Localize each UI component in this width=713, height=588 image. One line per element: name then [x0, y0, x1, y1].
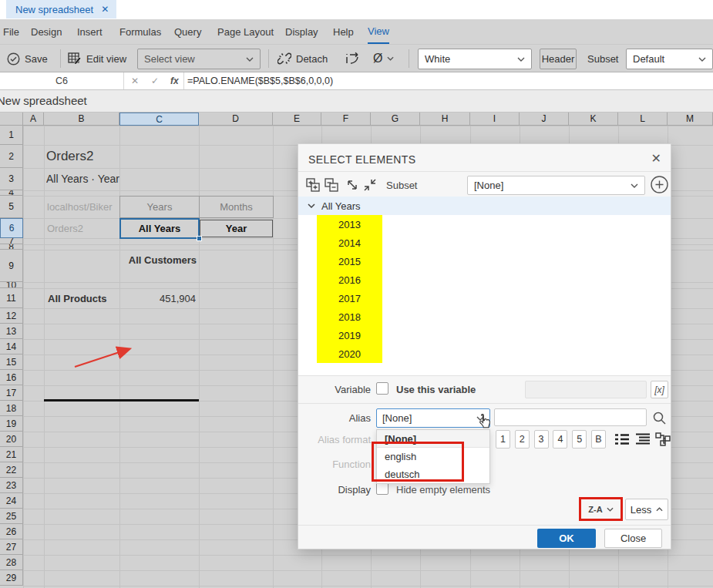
tree-node-year-2014[interactable]: 2014 [317, 234, 382, 252]
clear-filter-button[interactable]: Ø [373, 45, 394, 72]
column-header-A[interactable]: A [23, 113, 44, 126]
tree-node-year-2020[interactable]: 2020 [317, 344, 382, 363]
row-header-29[interactable]: 29 [0, 570, 23, 586]
row-header-13[interactable]: 13 [0, 324, 23, 339]
row-header-20[interactable]: 20 [0, 432, 23, 447]
subset-default-dropdown[interactable]: Default [626, 49, 713, 69]
level-button-5[interactable]: 5 [572, 430, 587, 449]
row-header-21[interactable]: 21 [0, 447, 23, 462]
hide-empty-checkbox[interactable] [376, 482, 388, 495]
menu-formulas[interactable]: Formulas [119, 19, 161, 44]
tree-node-year-2013[interactable]: 2013 [317, 215, 382, 234]
tab-new-spreadsheet[interactable]: New spreadsheet ✕ [6, 0, 116, 18]
menu-page-layout[interactable]: Page Layout [217, 19, 274, 44]
row-header-8[interactable]: 8 [0, 244, 23, 250]
column-header-I[interactable]: I [470, 113, 520, 126]
row-header-15[interactable]: 15 [0, 354, 23, 370]
level-button-1[interactable]: 1 [496, 430, 510, 449]
sort-order-dropdown[interactable]: Z-A [588, 505, 602, 514]
row-header-5[interactable]: 5 [0, 196, 23, 218]
row-header-23[interactable]: 23 [0, 478, 23, 493]
selection-handle[interactable] [197, 236, 202, 241]
column-header-B[interactable]: B [44, 113, 119, 126]
formula-input[interactable]: =PALO.ENAME($B$5,$B$6,0,0,0) [187, 72, 333, 89]
tree-node-year-2018[interactable]: 2018 [317, 307, 382, 326]
edit-view-button[interactable]: Edit view [68, 45, 126, 72]
tree-node-year-2019[interactable]: 2019 [317, 326, 382, 344]
dialog-close-icon[interactable]: ✕ [651, 151, 661, 166]
dialog-subset-dropdown[interactable]: [None] [467, 176, 645, 195]
row-header-16[interactable]: 16 [0, 370, 23, 385]
detach-button[interactable]: Detach [277, 45, 328, 72]
variable-picker-button[interactable]: [x] [651, 381, 668, 398]
row-header-26[interactable]: 26 [0, 524, 23, 539]
level-button-2[interactable]: 2 [515, 430, 530, 449]
alias-dropdown[interactable]: [None] [376, 408, 490, 428]
row-header-28[interactable]: 28 [0, 555, 23, 570]
column-header-J[interactable]: J [520, 113, 569, 126]
cancel-entry-icon[interactable]: ✕ [131, 72, 139, 89]
row-header-4[interactable]: 4 [0, 190, 23, 196]
cell-subtitle[interactable]: All Years · Year [46, 170, 193, 187]
column-header-L[interactable]: L [618, 113, 668, 126]
cell-months_dim[interactable]: Months [199, 196, 274, 218]
menu-query[interactable]: Query [174, 19, 201, 44]
row-header-6[interactable]: 6 [0, 218, 23, 238]
cell-name-box[interactable]: C6 [0, 72, 123, 89]
hierarchy-list-icon[interactable] [634, 432, 651, 447]
row-header-22[interactable]: 22 [0, 462, 23, 478]
tree-node-year-2016[interactable]: 2016 [317, 270, 382, 289]
cell-years_dim[interactable]: Years [119, 196, 200, 218]
color-dropdown[interactable]: White [418, 49, 532, 69]
column-header-H[interactable]: H [420, 113, 470, 126]
column-header-M[interactable]: M [668, 113, 713, 126]
row-header-17[interactable]: 17 [0, 385, 23, 401]
accept-entry-icon[interactable]: ✓ [151, 72, 159, 89]
row-header-14[interactable]: 14 [0, 339, 23, 354]
ok-button[interactable]: OK [537, 529, 596, 548]
menu-design[interactable]: Design [31, 19, 62, 44]
search-icon[interactable] [652, 411, 667, 425]
insert-function-icon[interactable]: fx [170, 72, 179, 89]
row-header-9[interactable]: 9 [0, 250, 23, 282]
cell-cube[interactable]: Orders2 [47, 221, 118, 235]
row-header-7[interactable]: 7 [0, 238, 23, 244]
cell-d6[interactable]: Year [200, 220, 273, 237]
level-button-B[interactable]: B [591, 430, 606, 449]
add-subset-icon[interactable] [650, 175, 669, 194]
cell-c11[interactable]: 451,904 [119, 291, 196, 305]
select-view-dropdown[interactable]: Select view [137, 49, 261, 69]
expand-all-icon[interactable] [305, 177, 321, 193]
row-header-10[interactable]: 10 [0, 282, 23, 288]
cell-title[interactable]: Orders2 [46, 146, 162, 166]
row-header-27[interactable]: 27 [0, 539, 23, 555]
row-header-18[interactable]: 18 [0, 401, 23, 416]
flat-list-icon[interactable] [614, 432, 631, 447]
cell-c9[interactable]: All Customers [117, 253, 197, 267]
menu-view[interactable]: View [368, 19, 389, 44]
menu-file[interactable]: File [3, 19, 19, 44]
save-button[interactable]: Save [7, 45, 48, 72]
row-header-19[interactable]: 19 [0, 416, 23, 432]
column-header-D[interactable]: D [199, 113, 273, 126]
column-header-C[interactable]: C [119, 113, 199, 126]
tree-node-year-2017[interactable]: 2017 [317, 289, 382, 307]
variable-input[interactable] [525, 381, 647, 398]
menu-insert[interactable]: Insert [77, 19, 103, 44]
row-header-1[interactable]: 1 [0, 126, 23, 145]
row-header-25[interactable]: 25 [0, 509, 23, 524]
cell-b11[interactable]: All Products [48, 291, 119, 305]
column-header-E[interactable]: E [273, 113, 321, 126]
level-button-3[interactable]: 3 [534, 430, 549, 449]
org-chart-icon[interactable] [654, 432, 671, 447]
row-header-3[interactable]: 3 [0, 168, 23, 190]
tab-close-icon[interactable]: ✕ [101, 5, 109, 14]
menu-display[interactable]: Display [285, 19, 318, 44]
less-button[interactable]: Less [625, 499, 668, 520]
column-header-G[interactable]: G [371, 113, 420, 126]
level-button-4[interactable]: 4 [553, 430, 567, 449]
collapse-branch-icon[interactable] [362, 177, 378, 193]
element-search-input[interactable] [494, 408, 647, 426]
row-header-2[interactable]: 2 [0, 145, 23, 168]
row-header-11[interactable]: 11 [0, 288, 23, 308]
